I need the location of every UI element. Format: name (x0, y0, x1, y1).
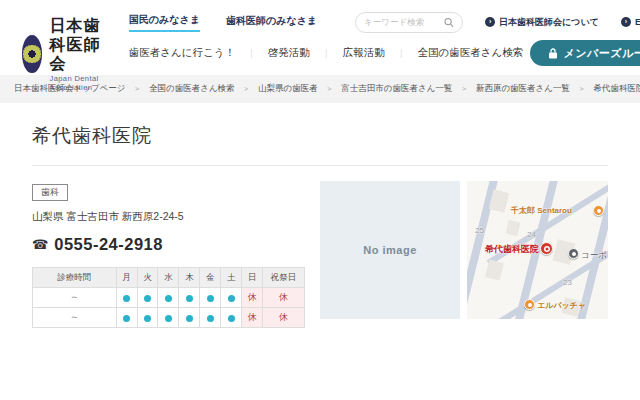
arrow-circle-icon: › (485, 17, 495, 27)
keyword-search[interactable] (355, 12, 463, 33)
schedule-open-cell (200, 308, 221, 328)
site-header: 日本歯科医師会 Japan Dental Association 国民のみなさま… (0, 0, 640, 75)
main-nav-item-2[interactable]: 広報活動 (310, 46, 385, 60)
map-label-4: コーポし (581, 250, 608, 262)
breadcrumb-item-1[interactable]: 全国の歯医者さん検索 (126, 83, 235, 95)
logo-title: 日本歯科医師会 (50, 16, 111, 74)
jda-emblem-icon (22, 35, 42, 73)
utility-link-label: ENGLISH (635, 17, 640, 27)
schedule-header: 診療時間 (33, 268, 117, 288)
schedule-open-cell (137, 288, 158, 308)
schedule-header: 火 (137, 268, 158, 288)
pin-inner (597, 209, 601, 213)
opening-hours-table: 診療時間月火水木金土日祝祭日～休休～休休 (32, 267, 305, 328)
breadcrumb-item-0[interactable]: 日本歯科医師会トップページ (14, 83, 126, 95)
members-room-label: メンバーズルーム (563, 46, 640, 61)
map-block (489, 189, 509, 212)
page-title: 希代歯科医院 (32, 123, 608, 149)
main-nav: 歯医者さんに行こう！啓発活動広報活動全国の歯医者さん検索 (129, 46, 523, 60)
tab-audience-1[interactable]: 歯科医師のみなさま (226, 14, 317, 31)
breadcrumb-item-2[interactable]: 山梨県の歯医者 (235, 83, 318, 95)
pin-inner (572, 252, 576, 256)
open-dot-icon (228, 315, 235, 322)
location-map[interactable]: 千太郎 Sentarou2524希代歯科医院コーポし23エルパッチャ (467, 181, 608, 319)
open-dot-icon (228, 295, 235, 302)
arrow-circle-icon: › (621, 17, 631, 27)
map-label-5: 23 (563, 278, 572, 287)
schedule-open-cell (158, 308, 179, 328)
utility-link-0[interactable]: ›日本歯科医師会について (485, 16, 599, 29)
schedule-header: 月 (116, 268, 137, 288)
main-nav-item-0[interactable]: 歯医者さんに行こう！ (129, 46, 235, 60)
schedule-header: 木 (179, 268, 200, 288)
open-dot-icon (123, 315, 130, 322)
breadcrumb-item-3[interactable]: 富士吉田市の歯医者さん一覧 (318, 83, 453, 95)
schedule-open-cell (179, 308, 200, 328)
utility-link-1[interactable]: ›ENGLISH (621, 17, 640, 27)
breadcrumb-item-4[interactable]: 新西原の歯医者さん一覧 (452, 83, 570, 95)
schedule-open-cell (200, 288, 221, 308)
schedule-open-cell (116, 308, 137, 328)
utility-link-label: 日本歯科医師会について (499, 16, 599, 29)
schedule-header: 金 (200, 268, 221, 288)
clinic-photo-placeholder: No image (320, 181, 460, 319)
site-logo[interactable]: 日本歯科医師会 Japan Dental Association (22, 16, 111, 92)
schedule-closed-cell: 休 (263, 288, 305, 308)
pin-core (545, 247, 548, 250)
audience-tabs: 国民のみなさま歯科医師のみなさま (129, 13, 343, 32)
map-block (505, 220, 520, 236)
schedule-closed-cell: 休 (242, 288, 263, 308)
map-block (485, 259, 504, 280)
restaurant-pin-elpaccha[interactable] (524, 299, 535, 310)
table-row: ～休休 (33, 288, 305, 308)
main-content: 希代歯科医院 歯科 山梨県 富士吉田市 新西原2-24-5 ☎ 0555-24-… (0, 103, 640, 328)
map-label-6: エルパッチャ (537, 300, 586, 311)
building-pin-corpo[interactable] (568, 248, 579, 259)
pin-inner (528, 303, 532, 307)
main-nav-item-3[interactable]: 全国の歯医者さん検索 (385, 46, 524, 60)
restaurant-pin-sentarou[interactable] (593, 205, 604, 216)
map-label-1: 25 (475, 226, 484, 235)
clinic-address: 山梨県 富士吉田市 新西原2-24-5 (32, 210, 305, 224)
schedule-header: 日 (242, 268, 263, 288)
schedule-time: ～ (33, 308, 117, 328)
schedule-open-cell (158, 288, 179, 308)
open-dot-icon (186, 315, 193, 322)
open-dot-icon (165, 295, 172, 302)
schedule-open-cell (221, 308, 242, 328)
category-badge: 歯科 (32, 184, 68, 201)
schedule-header: 水 (158, 268, 179, 288)
schedule-header: 祝祭日 (263, 268, 305, 288)
utility-links: ›日本歯科医師会について›ENGLISH (463, 16, 640, 29)
clinic-place-pin[interactable] (540, 242, 553, 255)
search-icon[interactable] (444, 17, 454, 28)
open-dot-icon (207, 315, 214, 322)
phone-number: 0555-24-2918 (54, 235, 163, 254)
tab-audience-0[interactable]: 国民のみなさま (129, 13, 200, 32)
schedule-open-cell (137, 308, 158, 328)
members-room-button[interactable]: メンバーズルーム (530, 40, 640, 66)
schedule-closed-cell: 休 (263, 308, 305, 328)
no-image-label: No image (363, 244, 417, 256)
schedule-header: 土 (221, 268, 242, 288)
main-nav-item-1[interactable]: 啓発活動 (235, 46, 310, 60)
map-label-3: 希代歯科医院 (485, 243, 539, 256)
open-dot-icon (123, 295, 130, 302)
breadcrumb-item-5: 希代歯科医院 (570, 83, 640, 95)
lock-icon (548, 48, 558, 59)
schedule-time: ～ (33, 288, 117, 308)
schedule-closed-cell: 休 (242, 308, 263, 328)
schedule-open-cell (116, 288, 137, 308)
search-input[interactable] (364, 17, 444, 27)
schedule-open-cell (179, 288, 200, 308)
open-dot-icon (186, 295, 193, 302)
table-row: ～休休 (33, 308, 305, 328)
open-dot-icon (165, 315, 172, 322)
phone-icon: ☎ (32, 237, 48, 252)
open-dot-icon (207, 295, 214, 302)
open-dot-icon (144, 315, 151, 322)
map-label-2: 24 (527, 230, 536, 239)
map-label-0: 千太郎 Sentarou (511, 205, 572, 216)
title-divider (32, 165, 608, 166)
open-dot-icon (144, 295, 151, 302)
